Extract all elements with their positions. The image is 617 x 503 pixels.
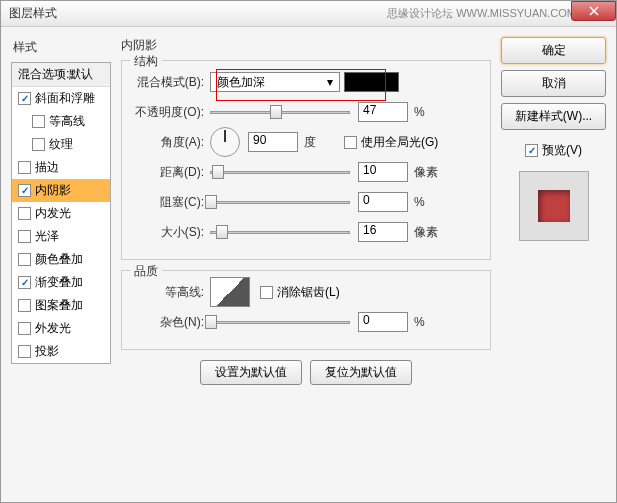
angle-unit: 度 bbox=[304, 134, 334, 151]
size-row: 大小(S): 16 像素 bbox=[130, 221, 482, 243]
style-label: 投影 bbox=[35, 343, 59, 360]
distance-unit: 像素 bbox=[414, 164, 444, 181]
slider-thumb[interactable] bbox=[270, 105, 282, 119]
settings-panel: 内阴影 结构 混合模式(B): 颜色加深 不透明度(O): 47 % 角度(A)… bbox=[121, 37, 491, 492]
style-label: 等高线 bbox=[49, 113, 85, 130]
choke-row: 阻塞(C): 0 % bbox=[130, 191, 482, 213]
style-item-inner-shadow[interactable]: 内阴影 bbox=[12, 179, 110, 202]
antialias-checkbox[interactable] bbox=[260, 286, 273, 299]
layer-style-dialog: 图层样式 思缘设计论坛 WWW.MISSYUAN.COM 样式 混合选项:默认 … bbox=[0, 0, 617, 503]
blend-mode-dropdown[interactable]: 颜色加深 bbox=[210, 72, 340, 92]
style-label: 图案叠加 bbox=[35, 297, 83, 314]
style-label: 斜面和浮雕 bbox=[35, 90, 95, 107]
checkbox-icon[interactable] bbox=[18, 207, 31, 220]
preview-checkbox[interactable] bbox=[525, 144, 538, 157]
angle-row: 角度(A): 90 度 使用全局光(G) bbox=[130, 131, 482, 153]
cancel-button[interactable]: 取消 bbox=[501, 70, 606, 97]
checkbox-icon[interactable] bbox=[18, 276, 31, 289]
size-slider[interactable] bbox=[210, 231, 350, 234]
content-area: 样式 混合选项:默认 斜面和浮雕 等高线 纹理 描边 内阴影 内发光 光泽 颜色… bbox=[1, 27, 616, 502]
style-list: 混合选项:默认 斜面和浮雕 等高线 纹理 描边 内阴影 内发光 光泽 颜色叠加 … bbox=[11, 62, 111, 364]
style-item-outer-glow[interactable]: 外发光 bbox=[12, 317, 110, 340]
close-button[interactable] bbox=[571, 1, 616, 21]
slider-thumb[interactable] bbox=[216, 225, 228, 239]
shadow-color-swatch[interactable] bbox=[344, 72, 399, 92]
window-title: 图层样式 bbox=[9, 5, 57, 22]
panel-title: 内阴影 bbox=[121, 37, 491, 54]
checkbox-icon[interactable] bbox=[18, 184, 31, 197]
distance-row: 距离(D): 10 像素 bbox=[130, 161, 482, 183]
global-light-label: 使用全局光(G) bbox=[361, 134, 438, 151]
opacity-slider[interactable] bbox=[210, 111, 350, 114]
global-light-group: 使用全局光(G) bbox=[344, 134, 438, 151]
checkbox-icon[interactable] bbox=[32, 115, 45, 128]
quality-legend: 品质 bbox=[130, 263, 162, 280]
blend-mode-row: 混合模式(B): 颜色加深 bbox=[130, 71, 482, 93]
choke-label: 阻塞(C): bbox=[130, 194, 210, 211]
choke-slider[interactable] bbox=[210, 201, 350, 204]
blend-mode-label: 混合模式(B): bbox=[130, 74, 210, 91]
opacity-label: 不透明度(O): bbox=[130, 104, 210, 121]
reset-default-button[interactable]: 复位为默认值 bbox=[310, 360, 412, 385]
style-item-gradient-overlay[interactable]: 渐变叠加 bbox=[12, 271, 110, 294]
noise-slider[interactable] bbox=[210, 321, 350, 324]
checkbox-icon[interactable] bbox=[32, 138, 45, 151]
opacity-input[interactable]: 47 bbox=[358, 102, 408, 122]
preview-label: 预览(V) bbox=[542, 142, 582, 159]
checkbox-icon[interactable] bbox=[18, 299, 31, 312]
distance-input[interactable]: 10 bbox=[358, 162, 408, 182]
slider-thumb[interactable] bbox=[205, 195, 217, 209]
preview-swatch bbox=[538, 190, 570, 222]
preview-toggle-row: 预览(V) bbox=[501, 142, 606, 159]
style-label: 颜色叠加 bbox=[35, 251, 83, 268]
style-item-stroke[interactable]: 描边 bbox=[12, 156, 110, 179]
style-item-contour[interactable]: 等高线 bbox=[12, 110, 110, 133]
global-light-checkbox[interactable] bbox=[344, 136, 357, 149]
blend-options-label: 混合选项:默认 bbox=[18, 66, 93, 83]
set-default-button[interactable]: 设置为默认值 bbox=[200, 360, 302, 385]
default-buttons-row: 设置为默认值 复位为默认值 bbox=[121, 360, 491, 385]
structure-fieldset: 结构 混合模式(B): 颜色加深 不透明度(O): 47 % 角度(A): 90 bbox=[121, 60, 491, 260]
checkbox-icon[interactable] bbox=[18, 345, 31, 358]
style-item-pattern-overlay[interactable]: 图案叠加 bbox=[12, 294, 110, 317]
styles-header: 样式 bbox=[11, 37, 111, 58]
style-label: 渐变叠加 bbox=[35, 274, 83, 291]
checkbox-icon[interactable] bbox=[18, 230, 31, 243]
new-style-button[interactable]: 新建样式(W)... bbox=[501, 103, 606, 130]
style-item-color-overlay[interactable]: 颜色叠加 bbox=[12, 248, 110, 271]
blend-options-item[interactable]: 混合选项:默认 bbox=[12, 63, 110, 87]
antialias-label: 消除锯齿(L) bbox=[277, 284, 340, 301]
checkbox-icon[interactable] bbox=[18, 322, 31, 335]
style-item-texture[interactable]: 纹理 bbox=[12, 133, 110, 156]
close-icon bbox=[589, 6, 599, 16]
structure-legend: 结构 bbox=[130, 53, 162, 70]
style-label: 外发光 bbox=[35, 320, 71, 337]
slider-thumb[interactable] bbox=[212, 165, 224, 179]
checkbox-icon[interactable] bbox=[18, 161, 31, 174]
quality-fieldset: 品质 等高线: 消除锯齿(L) 杂色(N): 0 % bbox=[121, 270, 491, 350]
styles-panel: 样式 混合选项:默认 斜面和浮雕 等高线 纹理 描边 内阴影 内发光 光泽 颜色… bbox=[11, 37, 111, 492]
noise-row: 杂色(N): 0 % bbox=[130, 311, 482, 333]
angle-input[interactable]: 90 bbox=[248, 132, 298, 152]
choke-input[interactable]: 0 bbox=[358, 192, 408, 212]
style-item-satin[interactable]: 光泽 bbox=[12, 225, 110, 248]
contour-picker[interactable] bbox=[210, 277, 250, 307]
checkbox-icon[interactable] bbox=[18, 92, 31, 105]
slider-thumb[interactable] bbox=[205, 315, 217, 329]
angle-dial[interactable] bbox=[210, 127, 240, 157]
style-item-drop-shadow[interactable]: 投影 bbox=[12, 340, 110, 363]
size-input[interactable]: 16 bbox=[358, 222, 408, 242]
titlebar: 图层样式 思缘设计论坛 WWW.MISSYUAN.COM bbox=[1, 1, 616, 27]
size-label: 大小(S): bbox=[130, 224, 210, 241]
choke-unit: % bbox=[414, 195, 444, 209]
style-item-bevel[interactable]: 斜面和浮雕 bbox=[12, 87, 110, 110]
ok-button[interactable]: 确定 bbox=[501, 37, 606, 64]
dropdown-value: 颜色加深 bbox=[217, 74, 265, 91]
noise-input[interactable]: 0 bbox=[358, 312, 408, 332]
style-item-inner-glow[interactable]: 内发光 bbox=[12, 202, 110, 225]
distance-slider[interactable] bbox=[210, 171, 350, 174]
contour-row: 等高线: 消除锯齿(L) bbox=[130, 281, 482, 303]
checkbox-icon[interactable] bbox=[18, 253, 31, 266]
action-panel: 确定 取消 新建样式(W)... 预览(V) bbox=[501, 37, 606, 492]
noise-unit: % bbox=[414, 315, 444, 329]
